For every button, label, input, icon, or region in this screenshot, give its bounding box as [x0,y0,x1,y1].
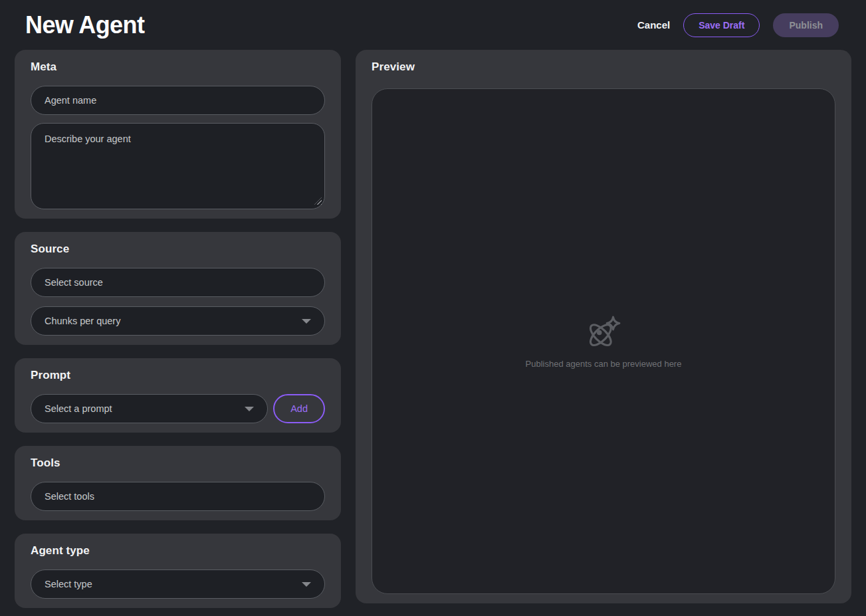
chunks-per-query-select[interactable]: Chunks per query [31,306,325,336]
header-actions: Cancel Save Draft Publish [637,13,839,37]
prompt-card: Prompt Select a prompt Add [15,358,341,433]
chevron-down-icon [245,407,254,411]
meta-card: Meta [15,50,341,219]
page-header: New Agent Cancel Save Draft Publish [0,0,866,50]
agent-type-select[interactable]: Select type [31,569,325,599]
agent-type-card-title: Agent type [31,544,325,558]
agent-type-card: Agent type Select type [15,534,341,608]
preview-panel: Published agents can be previewed here [372,88,835,594]
select-source-input[interactable] [31,268,325,297]
prompt-select[interactable]: Select a prompt [31,394,268,423]
agent-type-select-label: Select type [45,579,92,589]
prompt-select-label: Select a prompt [45,403,112,414]
select-tools-input[interactable] [31,482,325,511]
main-content: Meta Source Chunks per query Prompt [0,50,866,608]
chevron-down-icon [302,582,311,587]
preview-card: Preview Published agents can be previewe… [356,50,851,603]
prompt-card-title: Prompt [31,369,325,382]
chunks-per-query-label: Chunks per query [45,316,120,326]
save-draft-button[interactable]: Save Draft [683,13,760,37]
source-card: Source Chunks per query [15,232,341,345]
agent-description-wrapper [31,123,325,209]
agent-description-textarea[interactable] [31,123,325,209]
tools-card-title: Tools [31,457,325,470]
meta-card-title: Meta [31,60,325,74]
preview-card-title: Preview [372,60,835,74]
publish-button[interactable]: Publish [773,13,839,37]
atom-sparkle-icon [586,314,621,350]
cancel-button[interactable]: Cancel [637,19,670,31]
form-column: Meta Source Chunks per query Prompt [15,50,341,608]
agent-name-input[interactable] [31,86,325,115]
chevron-down-icon [302,319,311,324]
add-prompt-button[interactable]: Add [273,394,325,423]
source-card-title: Source [31,243,325,256]
page-title: New Agent [25,11,144,39]
preview-empty-text: Published agents can be previewed here [526,359,682,369]
prompt-row: Select a prompt Add [31,394,325,423]
tools-card: Tools [15,446,341,520]
